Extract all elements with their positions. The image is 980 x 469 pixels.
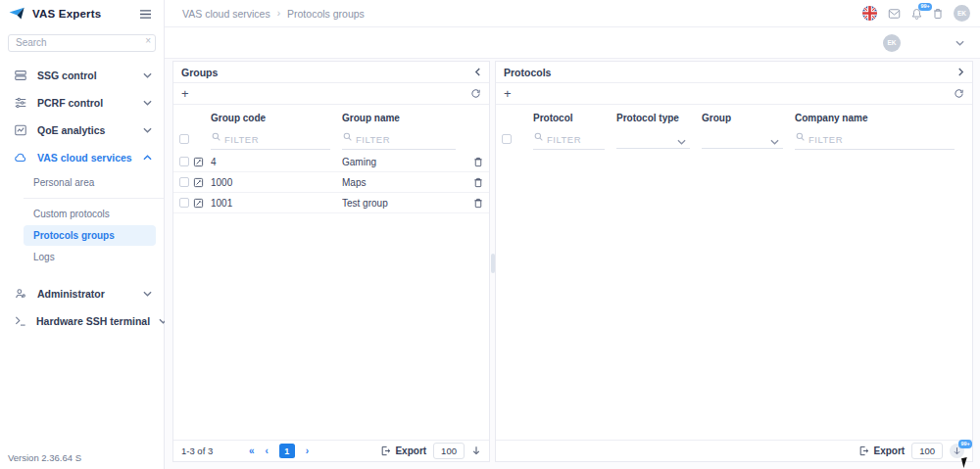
sidebar-item-qoe-analytics[interactable]: QoE analytics bbox=[0, 117, 164, 144]
prev-page-button[interactable]: ‹ bbox=[265, 446, 268, 456]
export-controls: Export 100 99+ bbox=[858, 443, 964, 459]
collapse-right-icon[interactable] bbox=[957, 68, 964, 76]
select-all-checkbox[interactable] bbox=[502, 134, 512, 144]
protocol-type-filter-select[interactable] bbox=[616, 130, 690, 149]
breadcrumb-separator-icon: › bbox=[277, 8, 280, 19]
groups-pagination-bar: 1-3 of 3 « ‹ 1 › Export 100 bbox=[173, 440, 489, 461]
protocol-filter-input[interactable] bbox=[533, 132, 605, 150]
protocols-pagination-bar: Export 100 99+ bbox=[496, 440, 972, 461]
breadcrumb-vas-cloud-services[interactable]: VAS cloud services bbox=[182, 8, 270, 20]
protocols-panel-title: Protocols bbox=[504, 67, 551, 78]
group-name-filter-input[interactable] bbox=[342, 132, 456, 150]
sidebar-item-label: QoE analytics bbox=[37, 124, 105, 136]
column-header-protocol-type: Protocol type bbox=[616, 113, 702, 123]
sidebar-subitem-logs[interactable]: Logs bbox=[0, 247, 164, 267]
group-code-cell: 1001 bbox=[211, 198, 342, 209]
download-icon[interactable]: 99+ bbox=[950, 444, 964, 458]
groups-table-header: Group code Group name bbox=[173, 105, 489, 126]
next-page-button[interactable]: › bbox=[306, 446, 309, 456]
protocols-panel: Protocols + Protocol Protocol type Group bbox=[495, 61, 973, 462]
brand-name: VAS Experts bbox=[32, 8, 101, 20]
app-window: VAS Experts × SSG control PCRF control Q… bbox=[0, 0, 980, 469]
sidebar-item-vas-cloud-services[interactable]: VAS cloud services bbox=[0, 144, 164, 171]
table-row[interactable]: 1001 Test group bbox=[173, 193, 489, 213]
admin-user-icon bbox=[14, 287, 28, 301]
sidebar-item-pcrf-control[interactable]: PCRF control bbox=[0, 89, 164, 117]
edit-icon[interactable] bbox=[193, 198, 211, 209]
groups-panel-title: Groups bbox=[181, 67, 218, 78]
row-checkbox[interactable] bbox=[179, 157, 189, 166]
protocols-panel-header: Protocols bbox=[496, 62, 972, 83]
add-protocol-button[interactable]: + bbox=[504, 88, 512, 100]
chevron-up-icon bbox=[143, 155, 152, 161]
main-area: VAS cloud services › Protocols groups 99… bbox=[165, 0, 980, 469]
chevron-down-icon bbox=[677, 139, 686, 145]
page-size-select[interactable]: 100 bbox=[911, 443, 943, 459]
export-label: Export bbox=[395, 446, 426, 456]
table-row[interactable]: 1000 Maps bbox=[173, 172, 489, 193]
user-avatar[interactable]: EK bbox=[883, 34, 901, 52]
sidebar-subitem-custom-protocols[interactable]: Custom protocols bbox=[0, 204, 164, 224]
column-header-protocol: Protocol bbox=[533, 113, 616, 123]
delete-row-icon[interactable] bbox=[467, 157, 489, 167]
sidebar-item-label: Administrator bbox=[37, 288, 105, 300]
export-label: Export bbox=[873, 446, 905, 456]
notification-badge: 99+ bbox=[918, 3, 932, 12]
search-clear-icon[interactable]: × bbox=[145, 34, 151, 48]
user-avatar[interactable]: EK bbox=[954, 5, 970, 22]
language-flag-icon[interactable] bbox=[862, 6, 877, 21]
topbar-actions: 99+ EK bbox=[862, 5, 970, 22]
group-filter-select[interactable] bbox=[702, 130, 783, 149]
sidebar-subitem-personal-area[interactable]: Personal area bbox=[0, 172, 164, 193]
sidebar-item-label: Hardware SSH terminal bbox=[36, 315, 150, 327]
sidebar-item-hardware-ssh-terminal[interactable]: Hardware SSH terminal bbox=[0, 307, 164, 335]
select-all-checkbox[interactable] bbox=[179, 134, 189, 144]
refresh-icon[interactable] bbox=[470, 88, 481, 99]
add-group-button[interactable]: + bbox=[181, 88, 189, 100]
table-row[interactable]: 4 Gaming bbox=[173, 152, 489, 172]
terminal-icon bbox=[14, 314, 27, 328]
page-number-button[interactable]: 1 bbox=[279, 444, 295, 458]
vertical-scrollbar[interactable] bbox=[491, 254, 495, 273]
sidebar-item-ssg-control[interactable]: SSG control bbox=[0, 62, 164, 89]
group-code-filter-input[interactable] bbox=[211, 132, 330, 150]
chevron-down-icon[interactable] bbox=[956, 40, 964, 46]
column-header-group: Group bbox=[702, 113, 795, 123]
first-page-button[interactable]: « bbox=[249, 446, 255, 456]
sidebar-item-administrator[interactable]: Administrator bbox=[0, 280, 164, 307]
group-code-cell: 4 bbox=[211, 157, 342, 167]
topbar: VAS cloud services › Protocols groups 99… bbox=[165, 0, 980, 27]
notifications-bell-icon[interactable]: 99+ bbox=[911, 8, 922, 20]
column-header-company-name: Company name bbox=[795, 113, 972, 123]
brand-row: VAS Experts bbox=[0, 0, 164, 27]
sidebar-search: × bbox=[8, 32, 156, 52]
edit-icon[interactable] bbox=[193, 157, 211, 167]
edit-icon[interactable] bbox=[193, 177, 211, 188]
subnav-divider bbox=[24, 198, 164, 199]
vas-cloud-subnav: Personal area Custom protocols Protocols… bbox=[0, 171, 164, 270]
sidebar-subitem-protocols-groups[interactable]: Protocols groups bbox=[24, 225, 156, 246]
company-name-filter-input[interactable] bbox=[795, 132, 955, 150]
search-input[interactable] bbox=[8, 34, 156, 52]
export-button[interactable]: Export bbox=[858, 446, 905, 456]
group-name-cell: Maps bbox=[342, 177, 467, 188]
row-range-label: 1-3 of 3 bbox=[181, 446, 213, 456]
download-icon[interactable] bbox=[471, 446, 481, 456]
chart-box-icon bbox=[14, 123, 28, 137]
cloud-icon bbox=[14, 151, 28, 164]
delete-row-icon[interactable] bbox=[467, 198, 489, 209]
column-header-group-name: Group name bbox=[342, 113, 467, 123]
hamburger-menu-icon[interactable] bbox=[139, 9, 152, 20]
refresh-icon[interactable] bbox=[954, 88, 964, 99]
export-button[interactable]: Export bbox=[380, 446, 426, 456]
group-code-cell: 1000 bbox=[211, 177, 342, 188]
chevron-down-icon bbox=[143, 72, 152, 78]
row-checkbox[interactable] bbox=[179, 198, 189, 208]
page-size-select[interactable]: 100 bbox=[433, 443, 465, 459]
mail-icon[interactable] bbox=[888, 9, 901, 19]
delete-row-icon[interactable] bbox=[467, 177, 489, 188]
collapse-left-icon[interactable] bbox=[474, 68, 481, 76]
row-checkbox[interactable] bbox=[179, 177, 189, 187]
trash-icon[interactable] bbox=[933, 8, 943, 20]
export-controls: Export 100 bbox=[380, 443, 481, 459]
